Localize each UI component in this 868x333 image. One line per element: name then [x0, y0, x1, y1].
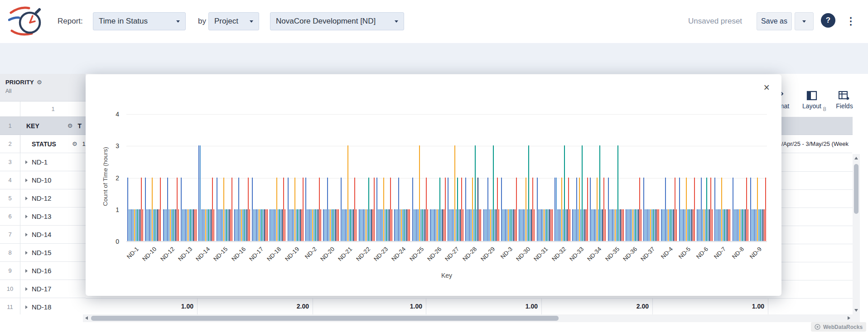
scroll-up-arrow[interactable]: [854, 157, 858, 159]
bar: [261, 209, 262, 241]
scope-value: Project: [214, 17, 238, 26]
help-button[interactable]: ?: [821, 13, 835, 28]
gear-icon[interactable]: ⚙: [68, 122, 73, 129]
expand-chevron-icon[interactable]: [25, 305, 28, 309]
bar: [654, 209, 655, 241]
bar: [313, 209, 314, 241]
bar: [394, 209, 395, 241]
bar: [685, 209, 685, 241]
expand-chevron-icon[interactable]: [25, 269, 28, 273]
kebab-menu-button[interactable]: ⋮: [845, 12, 856, 30]
bar: [583, 209, 584, 241]
cell-value: 1.00: [506, 299, 538, 314]
scroll-left-arrow[interactable]: [85, 316, 88, 320]
gear-icon[interactable]: ⚙: [72, 140, 77, 147]
bar: [538, 209, 539, 241]
bar: [226, 209, 227, 241]
save-as-button[interactable]: Save as: [757, 12, 792, 30]
close-icon[interactable]: ×: [764, 82, 770, 93]
bar: [167, 178, 168, 241]
expand-chevron-icon[interactable]: [25, 160, 28, 164]
table-row[interactable]: 9ND-16: [0, 262, 86, 280]
scroll-right-arrow[interactable]: [848, 316, 850, 320]
bar: [656, 209, 656, 241]
horizontal-scroll-thumb[interactable]: [91, 316, 559, 321]
webdatarocks-branding[interactable]: WebDataRocks: [811, 322, 866, 332]
bar: [493, 145, 494, 241]
x-tick-label: ND-32: [550, 246, 567, 262]
bar: [308, 209, 309, 241]
bar: [679, 178, 680, 241]
save-as-dropdown-button[interactable]: [795, 12, 814, 30]
vertical-scrollbar[interactable]: [853, 154, 860, 314]
table-row[interactable]: 11ND-18: [0, 298, 86, 314]
bar: [263, 209, 264, 241]
bar: [540, 209, 540, 241]
table-row[interactable]: 6ND-13: [0, 208, 86, 226]
table-row[interactable]: 8ND-15: [0, 244, 86, 262]
bar: [501, 178, 502, 241]
bar: [279, 209, 280, 241]
priority-value: All: [5, 88, 86, 94]
expand-chevron-icon[interactable]: [25, 197, 28, 200]
bar: [177, 178, 178, 241]
bar: [617, 145, 618, 241]
cell-value: 1.00: [733, 299, 764, 314]
bar: [645, 209, 646, 241]
bar: [383, 178, 384, 241]
scope-select[interactable]: Project: [208, 12, 259, 30]
gear-icon[interactable]: ⚙: [37, 79, 42, 86]
x-tick-label: ND-8: [731, 246, 745, 260]
bar: [200, 145, 201, 241]
expand-chevron-icon[interactable]: [25, 215, 28, 218]
expand-chevron-icon[interactable]: [25, 233, 28, 236]
bar: [190, 209, 191, 241]
bar-group: [678, 114, 696, 241]
row-number: 7: [0, 226, 20, 243]
table-row[interactable]: 3ND-1: [0, 153, 86, 171]
bar: [634, 209, 635, 241]
priority-filter-cell[interactable]: PRIORITY⚙ All: [0, 74, 86, 101]
table-row[interactable]: 10ND-17: [0, 280, 86, 298]
expand-chevron-icon[interactable]: [25, 179, 28, 182]
bar: [594, 209, 595, 241]
bar: [241, 209, 242, 241]
bar: [434, 209, 435, 241]
x-tick-label: ND-31: [532, 246, 549, 262]
bar: [141, 178, 142, 241]
bar: [338, 209, 339, 241]
horizontal-scrollbar[interactable]: [83, 314, 853, 322]
bar: [649, 209, 650, 241]
priority-label: PRIORITY: [5, 79, 34, 86]
row-divider: [781, 189, 853, 190]
bar: [213, 209, 214, 241]
bar: [483, 209, 484, 241]
vertical-scroll-thumb[interactable]: [854, 164, 858, 214]
bar: [686, 178, 687, 241]
bar: [296, 209, 297, 241]
bar: [433, 209, 434, 241]
bar-group: [251, 114, 269, 241]
bar: [307, 209, 308, 241]
bar: [597, 178, 598, 241]
issue-key: ND-17: [32, 285, 51, 293]
bar: [164, 209, 165, 241]
table-row[interactable]: 7ND-14: [0, 226, 86, 244]
scroll-down-arrow[interactable]: [854, 309, 858, 312]
table-row[interactable]: 5ND-12: [0, 189, 86, 208]
bar: [416, 209, 417, 241]
bar: [337, 209, 338, 241]
issue-key: ND-1: [32, 158, 48, 166]
expand-chevron-icon[interactable]: [25, 251, 28, 255]
report-type-select[interactable]: Time in Status: [93, 12, 186, 30]
bar: [218, 209, 219, 241]
expand-chevron-icon[interactable]: [25, 287, 28, 291]
bar: [750, 178, 751, 241]
bar: [163, 209, 164, 241]
bar: [231, 178, 232, 241]
app: Report: Time in Status by Project NovaCo…: [0, 0, 868, 333]
project-select[interactable]: NovaCore Development [ND]: [270, 12, 404, 30]
bar: [546, 209, 547, 241]
table-row[interactable]: 4ND-10: [0, 171, 86, 189]
bar: [255, 209, 256, 241]
